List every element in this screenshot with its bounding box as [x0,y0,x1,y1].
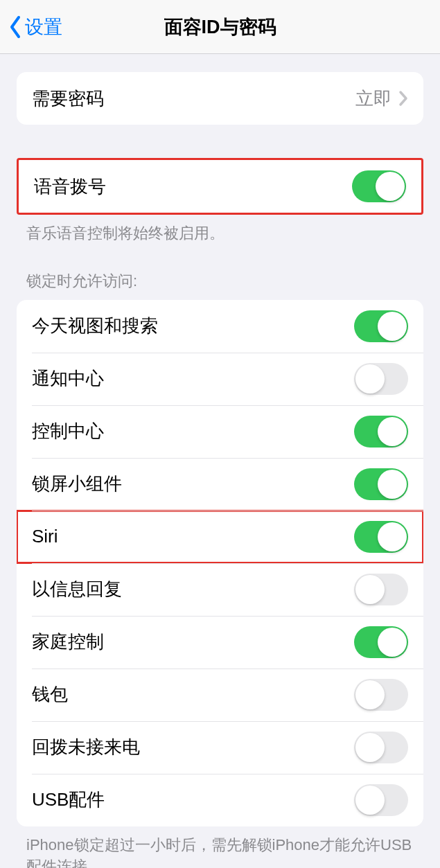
lock-access-group: 今天视图和搜索通知中心控制中心锁屏小组件Siri以信息回复家庭控制钱包回拨未接来… [17,300,423,826]
lock-access-item-label: 家庭控制 [32,630,104,654]
voice-dial-row: 语音拨号 [19,160,421,213]
lock-access-toggle[interactable] [354,416,408,448]
voice-dial-footer: 音乐语音控制将始终被启用。 [0,215,440,245]
lock-access-item-label: 锁屏小组件 [32,472,122,496]
navigation-bar: 设置 面容ID与密码 [0,0,440,54]
lock-access-toggle[interactable] [354,363,408,395]
lock-access-toggle[interactable] [354,784,408,816]
lock-access-header: 锁定时允许访问: [0,271,440,300]
lock-access-item-label: 钱包 [32,682,68,707]
lock-access-footer: iPhone锁定超过一小时后，需先解锁iPhone才能允许USB配件连接。 [0,826,440,868]
lock-access-toggle[interactable] [354,732,408,763]
voice-dial-group-highlighted: 语音拨号 [17,158,423,215]
lock-access-row: 回拨未接来电 [17,721,423,774]
lock-access-item-label: USB配件 [32,788,105,812]
page-title: 面容ID与密码 [164,15,276,39]
lock-access-row: 控制中心 [17,405,423,458]
chevron-right-icon [398,90,408,107]
lock-access-row: 锁屏小组件 [17,458,423,511]
lock-access-item-label: 以信息回复 [32,577,122,601]
lock-access-row: Siri [17,511,423,563]
require-passcode-value: 立即 [355,87,391,111]
lock-access-item-label: 控制中心 [32,419,104,443]
lock-access-item-label: Siri [32,526,58,547]
voice-dial-toggle[interactable] [352,170,406,202]
require-passcode-row[interactable]: 需要密码 立即 [17,72,423,125]
lock-access-toggle[interactable] [354,679,408,711]
lock-access-toggle[interactable] [354,626,408,658]
lock-access-row: 家庭控制 [17,616,423,668]
voice-dial-label: 语音拨号 [34,175,106,199]
require-passcode-label: 需要密码 [32,87,104,111]
lock-access-item-label: 回拨未接来电 [32,735,140,759]
lock-access-row: 钱包 [17,668,423,721]
lock-access-toggle[interactable] [354,521,408,553]
lock-access-item-label: 今天视图和搜索 [32,314,158,338]
lock-access-toggle[interactable] [354,574,408,605]
back-label: 设置 [25,15,62,39]
lock-access-toggle[interactable] [354,310,408,342]
chevron-left-icon [8,15,22,39]
lock-access-toggle[interactable] [354,468,408,500]
lock-access-row: 今天视图和搜索 [17,300,423,353]
back-button[interactable]: 设置 [8,15,62,39]
lock-access-item-label: 通知中心 [32,366,104,391]
lock-access-row: USB配件 [17,774,423,826]
lock-access-row: 通知中心 [17,353,423,405]
lock-access-row: 以信息回复 [17,563,423,616]
